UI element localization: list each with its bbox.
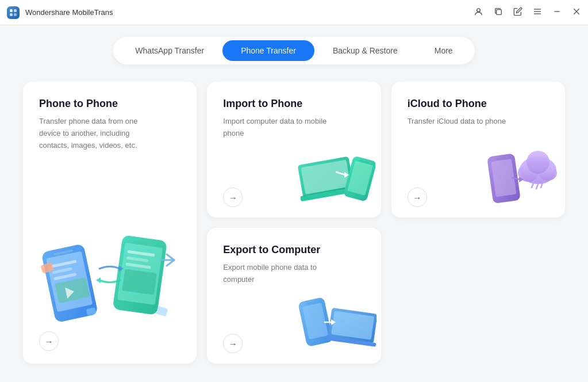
card-icloud-to-phone[interactable]: iCloud to Phone Transfer iCloud data to … — [391, 82, 565, 217]
svg-rect-3 — [14, 13, 17, 16]
card-export-to-computer[interactable]: Export to Computer Export mobile phone d… — [207, 228, 381, 364]
close-icon[interactable] — [572, 7, 581, 18]
card-import-desc: Import computer data to mobile phone — [223, 116, 338, 140]
svg-rect-0 — [10, 9, 13, 12]
card-import-title: Import to Phone — [223, 98, 364, 110]
menu-icon[interactable] — [533, 7, 542, 18]
window-controls — [474, 7, 581, 18]
svg-rect-1 — [14, 9, 17, 12]
main-content: WhatsApp Transfer Phone Transfer Backup … — [0, 25, 588, 382]
svg-rect-31 — [156, 306, 168, 316]
card-phone-to-phone[interactable]: Phone to Phone Transfer phone data from … — [23, 82, 197, 364]
svg-marker-29 — [96, 277, 101, 283]
svg-point-4 — [477, 8, 481, 12]
minimize-icon[interactable] — [552, 7, 562, 18]
import-illustration — [295, 140, 375, 212]
card-export-title: Export to Computer — [223, 244, 364, 256]
card-icloud-arrow[interactable]: → — [408, 188, 427, 207]
export-illustration — [293, 291, 376, 359]
app-logo — [7, 6, 20, 19]
tab-more[interactable]: More — [416, 40, 471, 61]
svg-rect-27 — [122, 269, 157, 295]
tab-backup[interactable]: Backup & Restore — [314, 40, 416, 61]
phone-pair-illustration — [32, 217, 187, 332]
edit-icon[interactable] — [513, 7, 522, 18]
icloud-illustration — [479, 140, 562, 212]
svg-point-46 — [526, 151, 549, 174]
titlebar: Wondershare MobileTrans — [0, 0, 588, 25]
card-phone-to-phone-desc: Transfer phone data from one device to a… — [39, 116, 154, 151]
card-icloud-desc: Transfer iCloud data to phone — [408, 116, 522, 128]
nav-tabs: WhatsApp Transfer Phone Transfer Backup … — [113, 37, 474, 64]
profile-icon[interactable] — [474, 7, 483, 18]
svg-rect-6 — [497, 10, 502, 15]
card-phone-to-phone-title: Phone to Phone — [39, 98, 180, 110]
card-import-to-phone[interactable]: Import to Phone Import computer data to … — [207, 82, 381, 217]
svg-rect-2 — [10, 13, 13, 16]
duplicate-icon[interactable] — [494, 7, 503, 18]
app-title: Wondershare MobileTrans — [25, 8, 474, 17]
card-phone-to-phone-arrow[interactable]: → — [39, 331, 59, 351]
card-export-desc: Export mobile phone data to computer — [223, 262, 338, 286]
card-icloud-title: iCloud to Phone — [408, 98, 549, 110]
tab-whatsapp[interactable]: WhatsApp Transfer — [117, 40, 222, 61]
tab-phone[interactable]: Phone Transfer — [222, 40, 314, 61]
cards-grid: Phone to Phone Transfer phone data from … — [23, 82, 565, 364]
card-export-arrow[interactable]: → — [223, 334, 243, 353]
card-import-arrow[interactable]: → — [223, 188, 243, 207]
